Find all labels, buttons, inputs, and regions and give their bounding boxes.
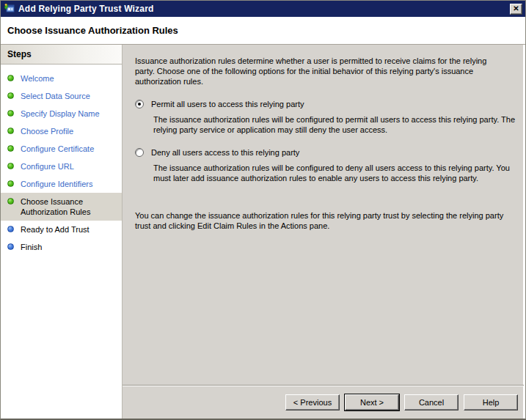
option-permit-label[interactable]: Permit all users to access this relying …	[151, 99, 304, 109]
step-bullet-icon	[7, 92, 14, 99]
footer-buttons: < Previous Next > Cancel Help	[285, 394, 518, 410]
next-button[interactable]: Next >	[345, 394, 399, 410]
step-bullet-icon	[7, 110, 14, 117]
step-label: Configure URL	[21, 161, 117, 172]
option-permit-row[interactable]: Permit all users to access this relying …	[133, 99, 519, 109]
step-bullet-icon	[7, 243, 14, 250]
steps-list: Welcome Select Data Source Specify Displ…	[1, 65, 122, 256]
step-bullet-icon	[7, 145, 14, 152]
radio-permit-all-users[interactable]	[135, 100, 144, 108]
option-deny-block: Deny all users access to this relying pa…	[133, 147, 519, 183]
intro-text: Issuance authorization rules determine w…	[135, 56, 508, 86]
option-deny-description: The issuance authorization rules will be…	[153, 163, 519, 183]
step-label: Configure Certificate	[21, 144, 117, 154]
step-label: Ready to Add Trust	[21, 224, 117, 235]
window-title: Add Relying Party Trust Wizard	[18, 4, 510, 14]
step-item-ready-to-add-trust[interactable]: Ready to Add Trust	[1, 221, 122, 238]
steps-sidebar: Steps Welcome Select Data Source Specify…	[1, 45, 123, 419]
previous-button[interactable]: < Previous	[285, 394, 340, 410]
steps-header: Steps	[1, 45, 122, 65]
step-item-finish[interactable]: Finish	[1, 238, 122, 256]
step-item-configure-url[interactable]: Configure URL	[1, 158, 122, 175]
option-deny-row[interactable]: Deny all users access to this relying pa…	[133, 147, 519, 158]
step-label: Choose Issuance Authorization Rules	[21, 196, 117, 217]
cancel-button[interactable]: Cancel	[404, 394, 459, 410]
wizard-dialog: Add Relying Party Trust Wizard ✕ Choose …	[0, 0, 526, 420]
page-header: Choose Issuance Authorization Rules	[1, 17, 525, 45]
step-bullet-icon	[7, 198, 14, 205]
note-text: You can change the issuance authorizatio…	[135, 210, 508, 231]
radio-deny-all-users[interactable]	[135, 148, 144, 157]
step-label: Finish	[21, 242, 117, 252]
step-label: Select Data Source	[21, 91, 117, 101]
help-button[interactable]: Help	[464, 394, 518, 410]
footer-separator	[123, 385, 524, 386]
step-item-specify-display-name[interactable]: Specify Display Name	[1, 105, 122, 122]
titlebar: Add Relying Party Trust Wizard ✕	[1, 1, 525, 17]
step-item-choose-issuance-authorization-rules[interactable]: Choose Issuance Authorization Rules	[1, 193, 122, 221]
step-item-choose-profile[interactable]: Choose Profile	[1, 122, 122, 140]
option-permit-description: The issuance authorization rules will be…	[153, 114, 519, 135]
step-item-configure-identifiers[interactable]: Configure Identifiers	[1, 175, 122, 193]
step-bullet-icon	[7, 226, 14, 232]
step-item-select-data-source[interactable]: Select Data Source	[1, 87, 122, 105]
option-permit-block: Permit all users to access this relying …	[133, 99, 519, 135]
step-bullet-icon	[7, 128, 14, 134]
step-bullet-icon	[7, 163, 14, 169]
step-item-configure-certificate[interactable]: Configure Certificate	[1, 140, 122, 158]
step-label: Configure Identifiers	[21, 179, 117, 189]
step-label: Choose Profile	[21, 126, 117, 136]
step-item-welcome[interactable]: Welcome	[1, 70, 122, 87]
step-bullet-icon	[7, 180, 14, 187]
wizard-app-icon	[4, 3, 15, 15]
step-label: Welcome	[21, 73, 117, 84]
step-bullet-icon	[7, 75, 14, 81]
close-button[interactable]: ✕	[510, 4, 522, 15]
page-title: Choose Issuance Authorization Rules	[7, 25, 178, 36]
option-deny-label[interactable]: Deny all users access to this relying pa…	[151, 147, 299, 158]
step-label: Specify Display Name	[21, 108, 117, 119]
main-content: Issuance authorization rules determine w…	[123, 45, 526, 419]
